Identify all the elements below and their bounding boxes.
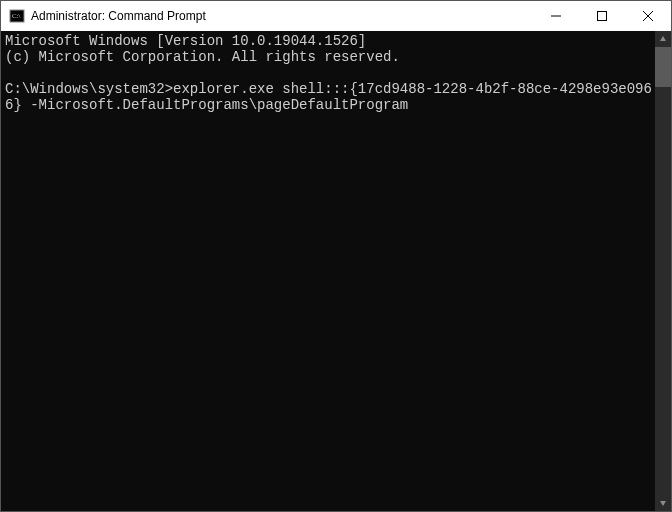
window-title: Administrator: Command Prompt bbox=[31, 9, 533, 23]
minimize-button[interactable] bbox=[533, 1, 579, 31]
scroll-thumb[interactable] bbox=[655, 47, 671, 87]
titlebar[interactable]: C:\ Administrator: Command Prompt bbox=[1, 1, 671, 31]
terminal-output[interactable]: Microsoft Windows [Version 10.0.19044.15… bbox=[1, 31, 655, 511]
scroll-up-icon[interactable] bbox=[655, 31, 671, 47]
maximize-button[interactable] bbox=[579, 1, 625, 31]
svg-marker-7 bbox=[660, 501, 666, 506]
svg-marker-6 bbox=[660, 36, 666, 41]
scroll-down-icon[interactable] bbox=[655, 495, 671, 511]
terminal-area: Microsoft Windows [Version 10.0.19044.15… bbox=[1, 31, 671, 511]
scrollbar[interactable] bbox=[655, 31, 671, 511]
command-prompt-window: C:\ Administrator: Command Prompt Micros… bbox=[0, 0, 672, 512]
close-button[interactable] bbox=[625, 1, 671, 31]
cmd-icon: C:\ bbox=[9, 8, 25, 24]
svg-text:C:\: C:\ bbox=[12, 12, 21, 20]
window-controls bbox=[533, 1, 671, 31]
svg-rect-3 bbox=[598, 12, 607, 21]
